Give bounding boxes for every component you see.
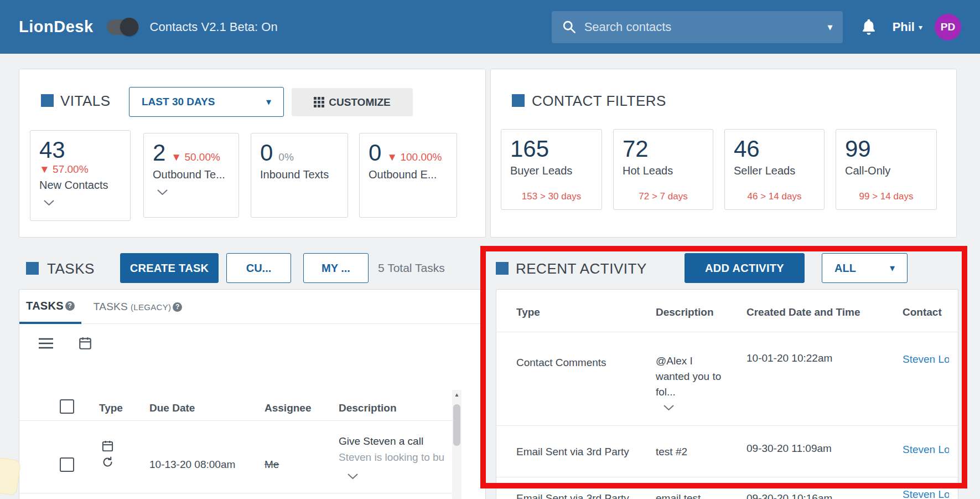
activity-type: Contact Comments bbox=[516, 357, 606, 369]
chevron-down-icon[interactable] bbox=[39, 198, 121, 208]
select-all-checkbox[interactable] bbox=[60, 399, 74, 414]
tasks-table-header: Type Due Date Assignee Description bbox=[19, 395, 452, 421]
my-tasks-button[interactable]: MY ... bbox=[303, 253, 369, 283]
activity-created: 09-30-20 11:09am bbox=[746, 443, 832, 455]
tab-tasks[interactable]: TASKS? bbox=[19, 290, 81, 324]
help-icon[interactable]: ? bbox=[65, 301, 75, 311]
recent-activity-section-header: RECENT ACTIVITY ADD ACTIVITY ALL ▾ bbox=[490, 253, 967, 285]
custom-filter-label: CU... bbox=[246, 262, 272, 275]
filter-aging: 46 > 14 days bbox=[725, 191, 824, 202]
activity-contact-link[interactable]: Steven Lop bbox=[903, 488, 949, 499]
stat-card-inbound-texts[interactable]: 0 0% Inbound Texts bbox=[251, 133, 348, 218]
stat-delta: ▼ 57.00% bbox=[39, 163, 121, 176]
activity-contact-link[interactable]: Steven Lop bbox=[903, 444, 949, 456]
filter-card-buyer-leads[interactable]: 165 Buyer Leads 153 > 30 days bbox=[501, 129, 602, 210]
filter-value: 165 bbox=[510, 136, 593, 161]
toggle-knob-icon bbox=[120, 18, 138, 36]
stat-delta: ▼ 100.00% bbox=[387, 151, 442, 163]
activity-description: email test bbox=[656, 492, 701, 499]
stat-value: 0 bbox=[260, 140, 273, 165]
help-icon[interactable]: ? bbox=[173, 302, 182, 312]
brand-logo[interactable]: LionDesk bbox=[19, 18, 94, 36]
tasks-scrollbar[interactable]: ▲ bbox=[452, 390, 462, 499]
stat-card-new-contacts[interactable]: 43 ▼ 57.00% New Contacts bbox=[30, 130, 131, 221]
filter-value: 72 bbox=[623, 136, 704, 161]
chevron-down-icon[interactable] bbox=[153, 188, 230, 198]
col-type: Type bbox=[99, 402, 123, 414]
contact-filters-title: CONTACT FILTERS bbox=[532, 92, 666, 110]
grid-icon bbox=[314, 97, 324, 107]
expand-chevron-icon[interactable] bbox=[663, 403, 674, 413]
create-task-button[interactable]: CREATE TASK bbox=[120, 253, 219, 283]
task-due-date: 10-13-20 08:00am bbox=[149, 459, 235, 471]
beta-label: Contacts V2.1 Beta: On bbox=[150, 20, 278, 34]
activity-type: Email Sent via 3rd Party bbox=[516, 446, 629, 458]
filter-value: 99 bbox=[845, 136, 927, 161]
task-row: 10-13-20 08:00am Me Give Steven a call S… bbox=[19, 421, 452, 493]
activity-created: 10-01-20 10:22am bbox=[746, 352, 832, 364]
scrollbar-thumb[interactable] bbox=[453, 404, 460, 446]
search-icon bbox=[562, 19, 577, 34]
tab-legacy-label: TASKS bbox=[94, 301, 128, 313]
search-input[interactable] bbox=[584, 20, 828, 34]
vitals-section-icon bbox=[41, 94, 54, 107]
filter-label: Call-Only bbox=[845, 164, 927, 177]
filter-card-hot-leads[interactable]: 72 Hot Leads 72 > 7 days bbox=[613, 129, 713, 210]
stat-value: 0 bbox=[369, 140, 381, 165]
contact-filters-card: CONTACT FILTERS 165 Buyer Leads 153 > 30… bbox=[490, 69, 957, 238]
recent-activity-section-icon bbox=[496, 262, 509, 275]
activity-contact-link[interactable]: Steven Lop bbox=[903, 353, 949, 366]
avatar[interactable]: PD bbox=[935, 14, 961, 40]
total-tasks-label: 5 Total Tasks bbox=[378, 261, 445, 275]
expand-chevron-icon[interactable] bbox=[348, 472, 358, 482]
vitals-range-dropdown[interactable]: LAST 30 DAYS ▾ bbox=[129, 87, 284, 117]
task-description-subtitle: Steven is looking to bu bbox=[339, 451, 444, 464]
task-checkbox[interactable] bbox=[60, 457, 74, 472]
calendar-view-icon[interactable] bbox=[78, 336, 92, 351]
filter-card-call-only[interactable]: 99 Call-Only 99 > 14 days bbox=[836, 129, 937, 210]
vitals-title: VITALS bbox=[60, 92, 111, 110]
notifications-bell-icon[interactable] bbox=[860, 18, 877, 36]
task-row-clipped bbox=[19, 493, 452, 499]
col-description: Description bbox=[656, 306, 714, 318]
customize-button[interactable]: CUSTOMIZE bbox=[292, 88, 413, 116]
search-dropdown-caret-icon[interactable]: ▾ bbox=[828, 21, 833, 33]
tasks-section-icon bbox=[26, 262, 39, 275]
stat-value: 2 bbox=[153, 140, 165, 165]
custom-filter-button[interactable]: CU... bbox=[226, 253, 291, 283]
tasks-tab-bar: TASKS? TASKS (LEGACY)? bbox=[19, 290, 485, 324]
stat-label: Outbound Te... bbox=[153, 168, 230, 181]
col-description: Description bbox=[339, 402, 397, 414]
filter-card-seller-leads[interactable]: 46 Seller Leads 46 > 14 days bbox=[724, 129, 825, 210]
tab-tasks-legacy[interactable]: TASKS (LEGACY)? bbox=[88, 290, 188, 324]
vitals-range-label: LAST 30 DAYS bbox=[142, 96, 215, 108]
tab-tasks-label: TASKS bbox=[26, 300, 64, 312]
col-created: Created Date and Time bbox=[746, 306, 860, 318]
stat-label: Inbound Texts bbox=[260, 168, 339, 181]
recent-activity-title: RECENT ACTIVITY bbox=[516, 260, 647, 277]
activity-filter-label: ALL bbox=[834, 262, 856, 275]
my-tasks-label: MY ... bbox=[322, 262, 350, 275]
user-menu[interactable]: Phil ▾ bbox=[893, 20, 922, 34]
activity-table-header: Type Description Created Date and Time C… bbox=[496, 290, 958, 332]
tasks-panel: TASKS? TASKS (LEGACY)? Type Due Date Ass… bbox=[19, 289, 486, 499]
tasks-view-switcher bbox=[38, 336, 92, 351]
stat-card-outbound-texts[interactable]: 2 ▼ 50.00% Outbound Te... bbox=[143, 133, 239, 218]
beta-toggle[interactable] bbox=[107, 19, 139, 35]
stat-delta: ▼ 50.00% bbox=[171, 151, 220, 163]
add-activity-button[interactable]: ADD ACTIVITY bbox=[685, 253, 805, 283]
stat-label: New Contacts bbox=[39, 179, 121, 192]
list-view-icon[interactable] bbox=[38, 337, 54, 349]
filter-aging: 72 > 7 days bbox=[614, 191, 713, 202]
tasks-section-header: TASKS CREATE TASK CU... MY ... 5 Total T… bbox=[19, 253, 486, 285]
scroll-up-arrow-icon[interactable]: ▲ bbox=[452, 390, 462, 400]
activity-type: Email Sent via 3rd Party bbox=[516, 492, 629, 499]
user-caret-icon: ▾ bbox=[919, 23, 922, 32]
activity-description: test #2 bbox=[656, 446, 687, 458]
stat-card-outbound-emails[interactable]: 0 ▼ 100.00% Outbound E... bbox=[359, 133, 457, 218]
col-type: Type bbox=[516, 306, 540, 318]
filter-label: Seller Leads bbox=[734, 164, 815, 177]
col-assignee: Assignee bbox=[265, 402, 311, 414]
activity-filter-dropdown[interactable]: ALL ▾ bbox=[822, 253, 908, 283]
customize-label: CUSTOMIZE bbox=[329, 96, 391, 109]
